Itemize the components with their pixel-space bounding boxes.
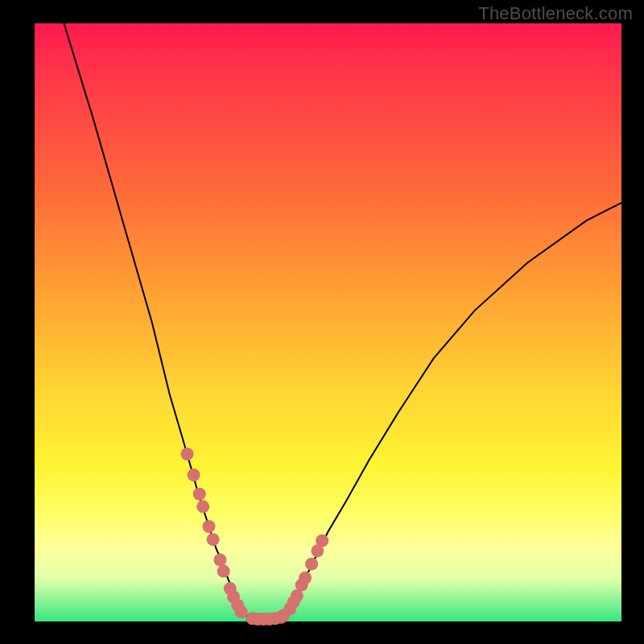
data-marker xyxy=(193,488,206,501)
watermark-text: TheBottleneck.com xyxy=(478,3,633,24)
chart-stage: TheBottleneck.com xyxy=(0,0,644,644)
data-marker xyxy=(305,558,318,571)
data-marker xyxy=(316,535,328,547)
bottleneck-curve xyxy=(64,23,622,619)
data-marker xyxy=(235,605,248,618)
curve-layer xyxy=(35,23,621,621)
data-marker xyxy=(207,533,220,546)
plot-area xyxy=(35,23,621,621)
data-marker xyxy=(181,448,194,460)
data-marker xyxy=(217,565,230,578)
data-marker xyxy=(196,500,209,513)
data-marker xyxy=(213,554,226,567)
data-marker xyxy=(299,572,312,584)
data-marker xyxy=(188,469,200,481)
data-marker xyxy=(203,520,216,533)
marker-group xyxy=(181,448,329,625)
